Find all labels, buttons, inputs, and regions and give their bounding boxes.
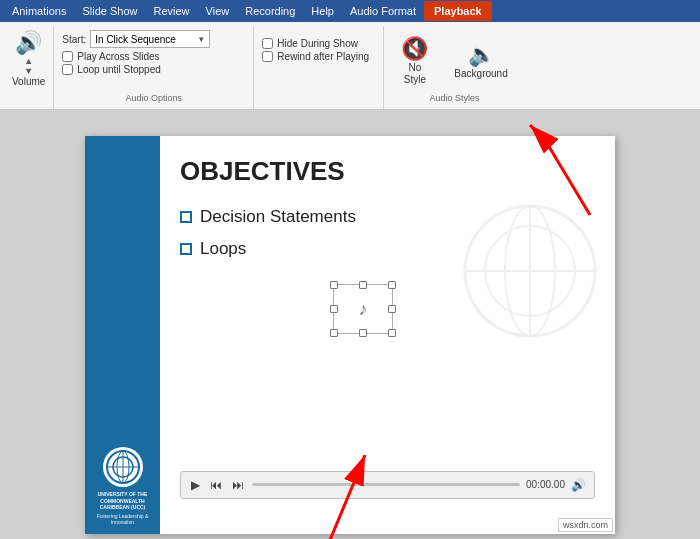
audio-options-group: Start: In Click Sequence ▼ Play Across S… bbox=[54, 26, 254, 109]
logo-text: UNIVERSITY OF THE COMMONWEALTH CARIBBEAN… bbox=[93, 491, 152, 526]
handle-bm[interactable] bbox=[359, 329, 367, 337]
hide-label: Hide During Show bbox=[277, 38, 358, 49]
player-progress[interactable] bbox=[252, 483, 520, 486]
start-label: Start: bbox=[62, 34, 86, 45]
volume-icon: 🔊 bbox=[15, 30, 42, 56]
bullet-square-2 bbox=[180, 243, 192, 255]
logo-circle bbox=[103, 447, 143, 487]
audio-styles-group: 🔇 NoStyle 🔈 Background Audio Styles bbox=[384, 26, 524, 109]
volume-arrows: ▲ ▼ bbox=[24, 56, 33, 76]
menu-bar: Animations Slide Show Review View Record… bbox=[0, 0, 700, 22]
play-in-background-icon: 🔈 bbox=[468, 42, 495, 68]
play-in-background-label: Background bbox=[454, 68, 507, 80]
handle-tl[interactable] bbox=[330, 281, 338, 289]
vol-up-arrow: ▲ bbox=[24, 56, 33, 66]
handle-rm[interactable] bbox=[388, 305, 396, 313]
bullet-square-1 bbox=[180, 211, 192, 223]
menu-audio-format[interactable]: Audio Format bbox=[342, 3, 424, 19]
play-across-row: Play Across Slides bbox=[62, 51, 245, 62]
logo-text-main: UNIVERSITY OF THE COMMONWEALTH CARIBBEAN… bbox=[93, 491, 152, 511]
audio-styles-content: 🔇 NoStyle 🔈 Background bbox=[392, 30, 516, 91]
loop-label: Loop until Stopped bbox=[77, 64, 160, 75]
hide-rewind-group: Hide During Show Rewind after Playing bbox=[254, 26, 384, 109]
slide-watermark bbox=[455, 196, 605, 346]
ribbon: 🔊 ▲ ▼ Volume Start: In Click Sequence ▼ … bbox=[0, 22, 700, 110]
wsxdn-badge: wsxdn.com bbox=[558, 518, 613, 532]
volume-label: Volume bbox=[12, 76, 45, 87]
player-next-button[interactable]: ⏭ bbox=[230, 476, 246, 494]
player-play-button[interactable]: ▶ bbox=[189, 476, 202, 494]
no-style-label: NoStyle bbox=[404, 62, 426, 86]
rewind-checkbox[interactable] bbox=[262, 51, 273, 62]
audio-player: ▶ ⏮ ⏭ 00:00.00 🔊 bbox=[180, 471, 595, 499]
menu-review[interactable]: Review bbox=[145, 3, 197, 19]
player-time: 00:00.00 bbox=[526, 479, 565, 490]
audio-options-top: Start: In Click Sequence ▼ bbox=[62, 30, 245, 48]
start-dropdown-arrow: ▼ bbox=[197, 35, 205, 44]
menu-slideshow[interactable]: Slide Show bbox=[74, 3, 145, 19]
player-prev-button[interactable]: ⏮ bbox=[208, 476, 224, 494]
loop-row: Loop until Stopped bbox=[62, 64, 245, 75]
bullet-text-2: Loops bbox=[200, 239, 246, 259]
no-style-button[interactable]: 🔇 NoStyle bbox=[392, 31, 437, 91]
menu-playback[interactable]: Playback bbox=[424, 1, 492, 21]
rewind-label: Rewind after Playing bbox=[277, 51, 369, 62]
rewind-row: Rewind after Playing bbox=[262, 51, 375, 62]
logo-text-sub: Fostering Leadership & Innovation bbox=[93, 513, 152, 526]
slide-left-bar: UNIVERSITY OF THE COMMONWEALTH CARIBBEAN… bbox=[85, 136, 160, 534]
selection-handles[interactable]: ♪ bbox=[333, 284, 393, 334]
start-dropdown-value: In Click Sequence bbox=[95, 34, 176, 45]
hide-checkbox[interactable] bbox=[262, 38, 273, 49]
slide-title: OBJECTIVES bbox=[180, 156, 595, 187]
handle-br[interactable] bbox=[388, 329, 396, 337]
audio-options-label: Audio Options bbox=[62, 91, 245, 105]
handle-tm[interactable] bbox=[359, 281, 367, 289]
hide-row: Hide During Show bbox=[262, 38, 375, 49]
audio-styles-label: Audio Styles bbox=[392, 91, 516, 105]
slide-area: UNIVERSITY OF THE COMMONWEALTH CARIBBEAN… bbox=[0, 110, 700, 539]
menu-animations[interactable]: Animations bbox=[4, 3, 74, 19]
bullet-text-1: Decision Statements bbox=[200, 207, 356, 227]
audio-icon: ♪ bbox=[359, 298, 368, 319]
menu-view[interactable]: View bbox=[198, 3, 238, 19]
start-dropdown[interactable]: In Click Sequence ▼ bbox=[90, 30, 210, 48]
slide-logo: UNIVERSITY OF THE COMMONWEALTH CARIBBEAN… bbox=[93, 447, 152, 526]
handle-tr[interactable] bbox=[388, 281, 396, 289]
volume-group: 🔊 ▲ ▼ Volume bbox=[4, 26, 54, 109]
handle-bl[interactable] bbox=[330, 329, 338, 337]
player-volume-icon: 🔊 bbox=[571, 478, 586, 492]
volume-icon-wrap: 🔊 bbox=[15, 30, 42, 56]
handle-lm[interactable] bbox=[330, 305, 338, 313]
loop-checkbox[interactable] bbox=[62, 64, 73, 75]
play-in-background-button[interactable]: 🔈 Background bbox=[445, 37, 516, 85]
menu-help[interactable]: Help bbox=[303, 3, 342, 19]
play-across-checkbox[interactable] bbox=[62, 51, 73, 62]
menu-recording[interactable]: Recording bbox=[237, 3, 303, 19]
no-style-icon: 🔇 bbox=[401, 36, 428, 62]
vol-down-arrow: ▼ bbox=[24, 66, 33, 76]
play-across-label: Play Across Slides bbox=[77, 51, 159, 62]
slide-canvas: UNIVERSITY OF THE COMMONWEALTH CARIBBEAN… bbox=[85, 136, 615, 534]
